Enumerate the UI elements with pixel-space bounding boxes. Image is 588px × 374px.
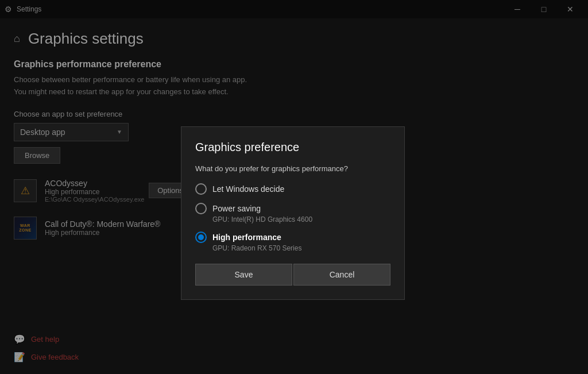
- radio-button-high-performance[interactable]: [195, 232, 207, 243]
- radio-row[interactable]: Let Windows decide: [195, 183, 390, 195]
- radio-option-power-saving: Power saving GPU: Intel(R) HD Graphics 4…: [195, 203, 390, 223]
- graphics-preference-dialog: Graphics preference What do you prefer f…: [181, 126, 405, 300]
- radio-sub-high-performance: GPU: Radeon RX 570 Series: [212, 244, 390, 252]
- dialog-buttons: Save Cancel: [195, 264, 390, 286]
- radio-button-windows-decide[interactable]: [195, 183, 207, 195]
- cancel-button[interactable]: Cancel: [293, 264, 390, 286]
- radio-sub-power-saving: GPU: Intel(R) HD Graphics 4600: [212, 215, 390, 223]
- radio-option-windows: Let Windows decide: [195, 183, 390, 195]
- radio-row[interactable]: Power saving: [195, 203, 390, 214]
- radio-label-high-performance: High performance: [212, 233, 281, 242]
- radio-label-power-saving: Power saving: [212, 204, 261, 213]
- radio-option-high-performance: High performance GPU: Radeon RX 570 Seri…: [195, 232, 390, 252]
- radio-row[interactable]: High performance: [195, 232, 390, 243]
- save-button[interactable]: Save: [195, 264, 292, 286]
- radio-button-power-saving[interactable]: [195, 203, 207, 214]
- dialog-title: Graphics preference: [195, 141, 390, 154]
- radio-label-windows-decide: Let Windows decide: [212, 184, 284, 194]
- dialog-question: What do you prefer for graphics performa…: [195, 164, 390, 173]
